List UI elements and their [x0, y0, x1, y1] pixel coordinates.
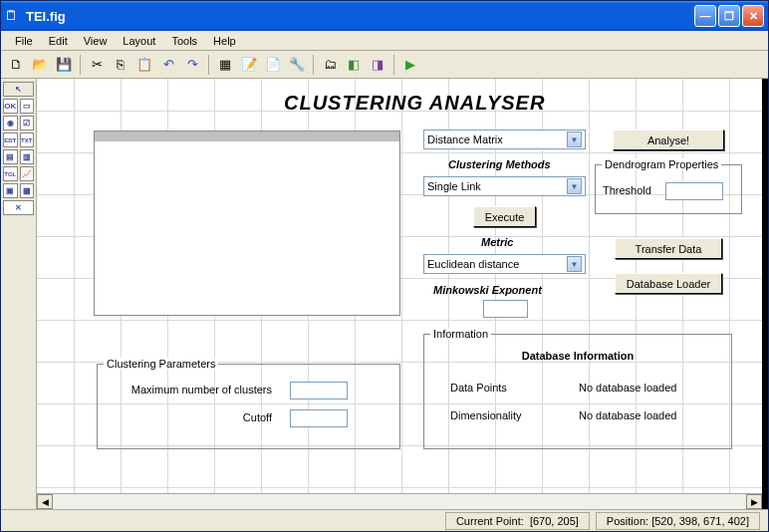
cutoff-label: Cutoff	[108, 411, 272, 423]
listbox-tool-icon[interactable]: ▥	[20, 149, 35, 164]
design-canvas[interactable]: CLUSTERING ANALYSER Distance Matrix▼ Clu…	[37, 79, 768, 509]
paste-icon[interactable]: 📋	[133, 54, 155, 76]
horizontal-scrollbar[interactable]: ◀ ▶	[37, 493, 762, 509]
menu-tools[interactable]: Tools	[163, 33, 205, 49]
chevron-down-icon: ▼	[567, 256, 582, 272]
copy-icon[interactable]: ⎘	[110, 54, 131, 76]
open-icon[interactable]: 📂	[29, 54, 51, 76]
window-title: TEI.fig	[26, 9, 694, 24]
dimensionality-label: Dimensionality	[450, 409, 522, 421]
popup-tool-icon[interactable]: ▤	[3, 149, 18, 164]
activex-tool-icon[interactable]: ✕	[3, 200, 34, 215]
plot-axes[interactable]	[94, 131, 400, 316]
property-icon[interactable]: 🔧	[286, 54, 308, 76]
menu-edit[interactable]: Edit	[41, 33, 76, 49]
cut-icon[interactable]: ✂	[86, 54, 108, 76]
app-icon: 🗒	[5, 8, 21, 24]
align-icon[interactable]: ▦	[214, 54, 236, 76]
data-points-label: Data Points	[450, 382, 507, 394]
clustering-params-fieldset: Clustering Parameters Maximum number of …	[97, 358, 400, 449]
toggle-tool-icon[interactable]: TGL	[3, 166, 18, 181]
buttongroup-tool-icon[interactable]: ▦	[20, 183, 35, 198]
palette1-icon[interactable]: ◧	[343, 54, 365, 76]
clustering-methods-label: Clustering Methods	[448, 158, 551, 170]
clustering-method-value: Single Link	[427, 180, 567, 192]
scroll-left-icon[interactable]: ◀	[37, 494, 53, 509]
dimensionality-value: No database loaded	[579, 409, 676, 421]
axes-tool-icon[interactable]: 📈	[20, 166, 35, 181]
current-point-box: Current Point: [670, 205]	[445, 512, 590, 530]
information-fieldset: Information Database Information Data Po…	[423, 328, 732, 449]
checkbox-tool-icon[interactable]: ☑	[20, 116, 35, 131]
status-bar: Current Point: [670, 205] Position: [520…	[1, 509, 768, 531]
radio-tool-icon[interactable]: ◉	[3, 116, 18, 131]
information-legend: Information	[430, 328, 491, 340]
canvas-right-edge	[762, 79, 768, 509]
select-tool-icon[interactable]: ↖	[3, 82, 34, 97]
menu-file[interactable]: File	[7, 33, 41, 49]
undo-icon[interactable]: ↶	[157, 54, 179, 76]
clustering-params-legend: Clustering Parameters	[104, 358, 218, 370]
database-info-title: Database Information	[424, 350, 731, 362]
main-heading: CLUSTERING ANALYSER	[284, 92, 545, 115]
data-points-value: No database loaded	[579, 382, 676, 394]
distance-matrix-value: Distance Matrix	[427, 133, 567, 145]
title-bar: 🗒 TEI.fig — ❐ ✕	[1, 1, 768, 31]
toolbar: 🗋 📂 💾 ✂ ⎘ 📋 ↶ ↷ ▦ 📝 📄 🔧 🗂 ◧ ◨ ▶	[1, 51, 768, 79]
metric-dropdown[interactable]: Euclidean distance▼	[423, 254, 586, 274]
slider-tool-icon[interactable]: ▭	[20, 99, 35, 114]
editor-icon[interactable]: 📝	[238, 54, 260, 76]
panel-tool-icon[interactable]: ▣	[3, 183, 18, 198]
scroll-right-icon[interactable]: ▶	[746, 494, 762, 509]
menu-bar: File Edit View Layout Tools Help	[1, 31, 768, 51]
dendrogram-fieldset: Dendrogram Properties Threshold	[595, 158, 742, 214]
pushbutton-tool-icon[interactable]: OK	[3, 99, 18, 114]
dendrogram-legend: Dendrogram Properties	[602, 158, 721, 170]
minimize-button[interactable]: —	[694, 5, 716, 27]
save-icon[interactable]: 💾	[53, 54, 75, 76]
clustering-method-dropdown[interactable]: Single Link▼	[423, 176, 586, 196]
tool-palette: ↖ OK▭ ◉☑ EDTTXT ▤▥ TGL📈 ▣▦ ✕	[1, 79, 37, 509]
redo-icon[interactable]: ↷	[181, 54, 203, 76]
max-clusters-input[interactable]	[290, 382, 348, 399]
distance-matrix-dropdown[interactable]: Distance Matrix▼	[423, 130, 586, 149]
minkowski-label: Minkowski Exponent	[433, 284, 542, 296]
close-button[interactable]: ✕	[742, 5, 764, 27]
threshold-input[interactable]	[665, 182, 723, 200]
max-clusters-label: Maximum number of clusters	[108, 384, 272, 396]
text-tool-icon[interactable]: TXT	[20, 133, 35, 147]
menu-layout[interactable]: Layout	[115, 33, 163, 49]
palette2-icon[interactable]: ◨	[367, 54, 388, 76]
minkowski-input[interactable]	[483, 300, 528, 318]
chevron-down-icon: ▼	[567, 132, 582, 147]
metric-value: Euclidean distance	[427, 258, 567, 270]
menu-view[interactable]: View	[76, 33, 116, 49]
position-box: Position: [520, 398, 671, 402]	[596, 512, 760, 530]
edit-tool-icon[interactable]: EDT	[3, 133, 18, 147]
analyse-button[interactable]: Analyse!	[613, 130, 724, 150]
new-icon[interactable]: 🗋	[5, 54, 27, 76]
metric-label: Metric	[481, 236, 513, 248]
database-loader-button[interactable]: Database Loader	[615, 273, 722, 294]
threshold-label: Threshold	[603, 184, 651, 196]
transfer-data-button[interactable]: Transfer Data	[615, 238, 722, 259]
cutoff-input[interactable]	[290, 409, 348, 427]
run-icon[interactable]: ▶	[399, 54, 421, 76]
chevron-down-icon: ▼	[567, 178, 582, 194]
mfile-icon[interactable]: 📄	[262, 54, 284, 76]
browser-icon[interactable]: 🗂	[319, 54, 341, 76]
execute-button[interactable]: Execute	[473, 206, 536, 227]
maximize-button[interactable]: ❐	[718, 5, 740, 27]
menu-help[interactable]: Help	[205, 33, 244, 49]
